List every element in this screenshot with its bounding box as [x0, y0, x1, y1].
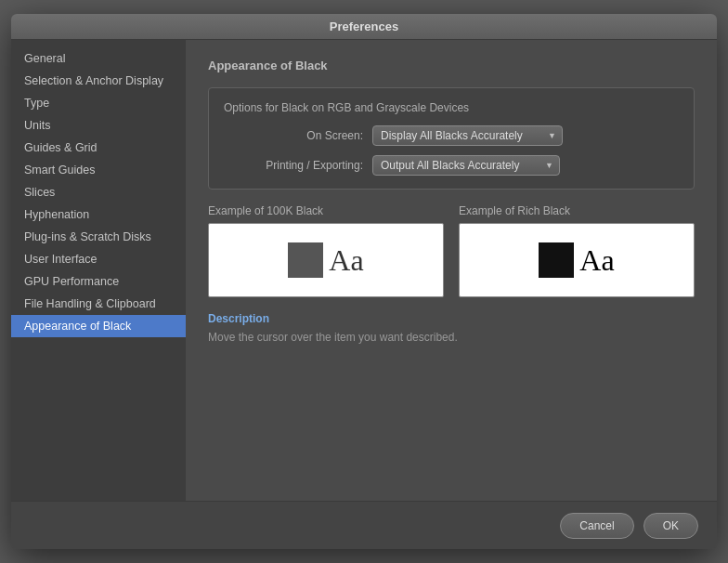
sidebar-item-guides-grid[interactable]: Guides & Grid	[11, 137, 186, 159]
ok-button[interactable]: OK	[644, 513, 698, 539]
sidebar-item-slices[interactable]: Slices	[11, 181, 186, 203]
sidebar-item-general[interactable]: General	[11, 47, 186, 70]
printing-select-wrapper: Output All Blacks AccuratelyOutput All B…	[372, 155, 560, 176]
example-100k-box: Example of 100K Black Aa	[208, 204, 444, 297]
sidebar-item-user-interface[interactable]: User Interface	[11, 248, 186, 270]
sidebar-item-type[interactable]: Type	[11, 92, 186, 114]
example-100k-preview: Aa	[208, 223, 444, 297]
cancel-button[interactable]: Cancel	[560, 513, 633, 539]
examples-row: Example of 100K Black Aa Example of Rich…	[208, 204, 695, 297]
footer: Cancel OK	[11, 501, 717, 549]
sidebar-item-file-handling[interactable]: File Handling & Clipboard	[11, 293, 186, 315]
printing-row: Printing / Exporting: Output All Blacks …	[224, 155, 679, 176]
sidebar: GeneralSelection & Anchor DisplayTypeUni…	[11, 40, 186, 501]
title-bar: Preferences	[11, 14, 717, 40]
preferences-dialog: Preferences GeneralSelection & Anchor Di…	[11, 14, 717, 549]
dialog-title: Preferences	[330, 20, 398, 33]
100k-text: Aa	[329, 243, 363, 278]
sidebar-item-selection-anchor[interactable]: Selection & Anchor Display	[11, 70, 186, 92]
options-section-title: Options for Black on RGB and Grayscale D…	[224, 101, 679, 114]
options-section: Options for Black on RGB and Grayscale D…	[208, 87, 695, 190]
sidebar-item-gpu-performance[interactable]: GPU Performance	[11, 270, 186, 293]
dialog-body: GeneralSelection & Anchor DisplayTypeUni…	[11, 40, 717, 501]
printing-label: Printing / Exporting:	[224, 159, 363, 172]
description-section: Description Move the cursor over the ite…	[208, 312, 695, 344]
on-screen-label: On Screen:	[224, 129, 363, 142]
sidebar-item-plug-ins[interactable]: Plug-ins & Scratch Disks	[11, 226, 186, 248]
example-rich-label: Example of Rich Black	[459, 204, 695, 217]
description-text: Move the cursor over the item you want d…	[208, 331, 695, 344]
example-rich-preview: Aa	[459, 223, 695, 297]
sidebar-item-appearance-of-black[interactable]: Appearance of Black	[11, 315, 186, 337]
on-screen-select-wrapper: Display All Blacks AccuratelyDisplay All…	[372, 125, 563, 146]
rich-text: Aa	[579, 243, 614, 278]
example-rich-box: Example of Rich Black Aa	[459, 204, 695, 297]
sidebar-item-hyphenation[interactable]: Hyphenation	[11, 203, 186, 226]
rich-square	[539, 242, 574, 278]
sidebar-item-smart-guides[interactable]: Smart Guides	[11, 159, 186, 181]
printing-select[interactable]: Output All Blacks AccuratelyOutput All B…	[372, 155, 560, 176]
on-screen-row: On Screen: Display All Blacks Accurately…	[224, 125, 679, 146]
on-screen-select[interactable]: Display All Blacks AccuratelyDisplay All…	[372, 125, 563, 146]
main-content: Appearance of Black Options for Black on…	[186, 40, 717, 501]
sidebar-item-units[interactable]: Units	[11, 114, 186, 137]
example-100k-label: Example of 100K Black	[208, 204, 444, 217]
description-title: Description	[208, 312, 695, 325]
main-section-title: Appearance of Black	[208, 59, 695, 72]
100k-square	[288, 242, 323, 278]
